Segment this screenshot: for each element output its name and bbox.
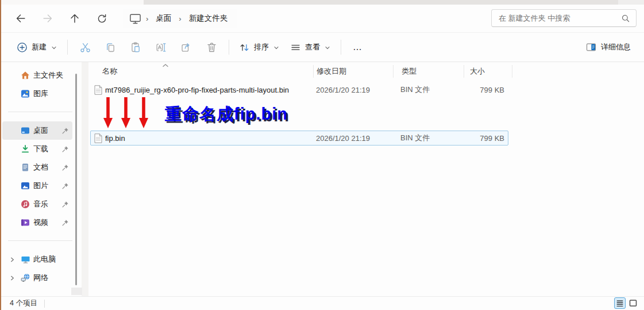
sidebar-separator [8, 112, 72, 112]
sort-button-label: 排序 [254, 42, 269, 52]
toolbar-separator [67, 40, 68, 55]
view-lines-icon [290, 42, 301, 53]
column-header-label: 修改日期 [317, 66, 346, 76]
file-name: fip.bin [91, 134, 314, 143]
file-explorer-window: › 桌面 › 新建文件夹 新建 [0, 0, 644, 310]
bin-file-icon [94, 133, 102, 143]
back-arrow-icon [14, 12, 27, 25]
new-button[interactable]: 新建 [11, 37, 63, 58]
sidebar-scrollbar-thumb[interactable] [75, 74, 77, 285]
search-input[interactable] [492, 14, 621, 22]
up-button[interactable] [63, 8, 86, 29]
expand-chevron-icon[interactable] [9, 257, 16, 263]
column-header-modified[interactable]: 修改日期 [314, 63, 393, 79]
column-header-name[interactable]: 名称 [90, 63, 313, 79]
details-pane-button[interactable]: 详细信息 [580, 37, 636, 58]
details-pane-label: 详细信息 [601, 42, 631, 52]
paste-icon [130, 41, 142, 53]
sidebar-item-label: 此电脑 [33, 254, 56, 265]
pin-icon [61, 164, 69, 171]
sidebar-item-music[interactable]: 音乐 [2, 195, 72, 213]
pin-icon [61, 146, 69, 153]
refresh-icon [96, 13, 108, 25]
sidebar-item-label: 图库 [33, 89, 48, 99]
monitor-icon[interactable] [129, 12, 142, 25]
download-icon [21, 144, 30, 154]
file-list-pane: 名称 修改日期 类型 大小 mt7986_ruijie_rg-x60-pro-f… [90, 63, 644, 296]
pin-icon [61, 201, 69, 208]
pin-icon [61, 127, 69, 135]
sort-icon [239, 42, 250, 53]
scrollbar-corner [71, 288, 82, 295]
videos-icon [21, 218, 30, 227]
sidebar-item-label: 网络 [33, 273, 48, 283]
copy-icon [105, 41, 117, 53]
sidebar-item-label: 图片 [33, 181, 48, 191]
rename-icon [155, 41, 167, 53]
sort-button[interactable]: 排序 [234, 37, 285, 58]
file-row[interactable]: mt7986_ruijie_rg-x60-pro-fip-fixed-parts… [90, 82, 508, 97]
column-separator[interactable] [512, 65, 512, 78]
more-button[interactable]: … [346, 42, 369, 52]
view-button[interactable]: 查看 [285, 37, 336, 58]
breadcrumb: › 桌面 › 新建文件夹 [123, 9, 237, 28]
sidebar-item-pictures[interactable]: 图片 [2, 177, 72, 195]
pane-gutter [82, 62, 88, 296]
document-icon [21, 163, 30, 172]
active-tab[interactable] [1, 0, 144, 5]
plus-circle-icon [17, 42, 28, 53]
chevron-down-icon [273, 44, 280, 51]
sidebar-item-desktop[interactable]: 桌面 [2, 121, 72, 140]
expand-chevron-icon[interactable] [9, 275, 16, 281]
refresh-button[interactable] [90, 8, 113, 29]
music-icon [21, 200, 30, 209]
file-name: mt7986_ruijie_rg-x60-pro-fip-fixed-parts… [91, 86, 314, 94]
breadcrumb-item-folder[interactable]: 新建文件夹 [186, 12, 232, 25]
sidebar-item-label: 文档 [33, 162, 48, 173]
scissors-icon [79, 41, 91, 53]
file-modified: 2026/1/20 21:19 [314, 86, 393, 94]
navigation-sidebar: 主文件夹 图库 桌面 下载 文档 图片 音乐 [1, 62, 80, 296]
column-header-type[interactable]: 类型 [394, 63, 464, 79]
delete-button[interactable] [200, 37, 223, 58]
window-edge [0, 0, 1, 310]
breadcrumb-chevron-icon: › [175, 14, 185, 23]
large-icons-view-toggle[interactable] [627, 297, 639, 309]
status-separator [44, 300, 45, 308]
file-size: 799 KB [463, 86, 504, 94]
column-header-size[interactable]: 大小 [464, 63, 512, 79]
sidebar-item-downloads[interactable]: 下载 [2, 140, 72, 158]
sidebar-item-videos[interactable]: 视频 [2, 213, 72, 232]
file-row-selected[interactable]: fip.bin 2026/1/20 21:19 BIN 文件 799 KB [90, 131, 508, 146]
breadcrumb-item-desktop[interactable]: 桌面 [152, 12, 175, 25]
forward-button[interactable] [36, 8, 59, 29]
sidebar-item-this-pc[interactable]: 此电脑 [2, 250, 72, 269]
sidebar-item-gallery[interactable]: 图库 [2, 85, 72, 103]
share-button[interactable] [175, 37, 198, 58]
file-type: BIN 文件 [393, 85, 463, 95]
view-toggles [614, 297, 639, 309]
details-view-toggle[interactable] [614, 297, 626, 309]
chevron-down-icon [51, 44, 57, 51]
forward-arrow-icon [41, 12, 54, 25]
search-box [491, 9, 637, 27]
pin-icon [61, 219, 69, 227]
cut-button[interactable] [74, 37, 97, 58]
details-panel-icon [585, 41, 597, 53]
sidebar-separator [8, 240, 72, 241]
trash-icon [206, 41, 218, 53]
copy-button[interactable] [99, 37, 122, 58]
rename-button[interactable] [149, 37, 172, 58]
up-arrow-icon [68, 12, 81, 25]
sidebar-item-documents[interactable]: 文档 [2, 158, 72, 177]
sidebar-item-label: 视频 [33, 217, 48, 228]
caption-buttons-area [618, 0, 644, 5]
sidebar-item-network[interactable]: 网络 [2, 269, 72, 287]
back-button[interactable] [9, 8, 32, 29]
breadcrumb-chevron-icon: › [142, 14, 152, 23]
items-count: 4 个项目 [10, 298, 37, 308]
paste-button[interactable] [124, 37, 147, 58]
command-toolbar: 新建 排序 查看 [1, 32, 644, 62]
sidebar-item-home[interactable]: 主文件夹 [2, 66, 72, 85]
pictures-icon [21, 181, 30, 190]
